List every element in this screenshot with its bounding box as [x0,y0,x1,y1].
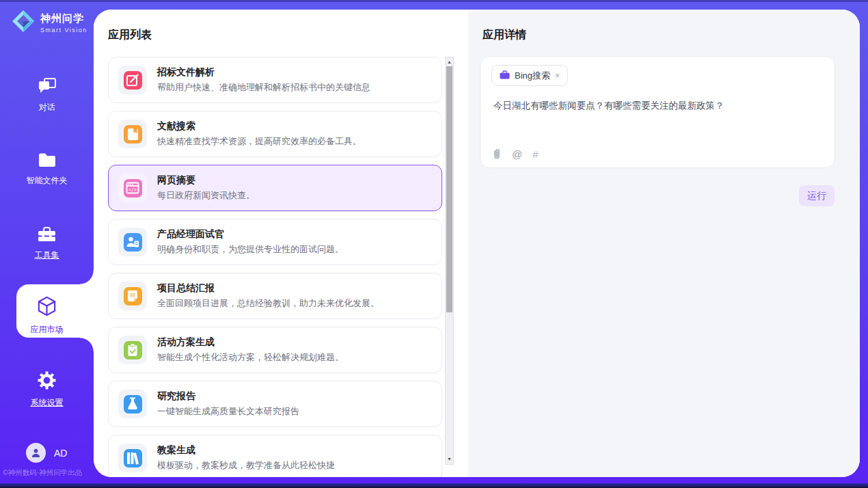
app-card-desc: 每日政府新闻资讯快查。 [157,189,255,202]
sidebar-item-gear[interactable]: 系统设置 [0,370,94,409]
note-icon [124,287,142,306]
app-card-list: 招标文件解析帮助用户快速、准确地理解和解析招标书中的关键信息文献搜索快速精准查找… [108,57,442,477]
cube-icon [36,295,57,320]
sidebar-item-label: 对话 [39,102,55,113]
toolbox-icon [37,226,57,245]
sidebar-item-label: 工具集 [35,249,59,261]
app-list-title: 应用列表 [108,28,152,42]
sidebar-item-folder[interactable]: 智能文件夹 [0,152,94,187]
app-card-title: 教案生成 [157,444,335,457]
query-text[interactable]: 今日湖北有哪些新闻要点？有哪些需要关注的最新政策？ [493,99,822,113]
app-icon-tile [118,444,147,472]
scroll-down-arrow[interactable]: ▼ [446,455,453,463]
scrollbar[interactable]: ▲ ▼ [445,57,454,465]
app-card-title: 文献搜索 [157,120,362,133]
app-icon-tile [118,282,147,310]
app-card-texts: 文献搜索快速精准查找学术资源，提高研究效率的必备工具。 [157,120,362,148]
app-icon-tile [118,336,147,364]
scrollbar-thumb[interactable] [446,66,452,312]
prompt-card: Bing搜索 × 今日湖北有哪些新闻要点？有哪些需要关注的最新政策？ @ # [480,56,835,168]
sidebar: 神州问学 Smart Vision 对话智能文件夹工具集应用市场系统设置 AD … [0,0,94,488]
sidebar-item-chat[interactable]: 对话 [0,77,94,113]
window-bottom-edge [0,483,868,488]
app-card-title: 项目总结汇报 [157,282,379,295]
app-list-panel: 应用列表 招标文件解析帮助用户快速、准确地理解和解析招标书中的关键信息文献搜索快… [94,10,468,477]
book-icon [124,125,142,144]
svg-text:</>: </> [128,187,137,193]
app-icon-tile [118,66,147,94]
hash-icon[interactable]: # [532,148,538,160]
tool-tag-bing-search[interactable]: Bing搜索 × [491,65,568,86]
books-icon [124,449,142,467]
sidebar-item-toolbox[interactable]: 工具集 [0,226,94,261]
browser-icon: </> [124,179,142,198]
app-card-texts: 项目总结汇报全面回顾项目进展，总结经验教训，助力未来优化发展。 [157,282,379,310]
app-card-title: 产品经理面试官 [157,228,344,241]
edit-icon [124,71,142,90]
app-card-desc: 明确身份和职责，为您提供专业性的面试问题。 [157,243,344,256]
tool-tag-label: Bing搜索 [515,70,550,82]
app-card-title: 招标文件解析 [157,66,370,79]
app-card[interactable]: 招标文件解析帮助用户快速、准确地理解和解析招标书中的关键信息 [108,57,442,103]
copyright: ©神州数码·神州问学出品 [3,468,94,478]
app-card[interactable]: 教案生成模板驱动，教案秒成，教学准备从此轻松快捷 [108,435,442,477]
app-card-desc: 快速精准查找学术资源，提高研究效率的必备工具。 [157,135,362,148]
sidebar-item-label: 智能文件夹 [27,175,68,187]
app-card-title: 活动方案生成 [157,336,344,349]
paperclip-icon[interactable] [492,148,502,160]
app-card[interactable]: 项目总结汇报全面回顾项目进展，总结经验教训，助力未来优化发展。 [108,273,442,319]
at-icon[interactable]: @ [512,148,522,160]
app-card-desc: 智能生成个性化活动方案，轻松解决规划难题。 [157,351,344,364]
run-button[interactable]: 运行 [799,185,835,206]
brand-name: 神州问学 [40,12,87,25]
scroll-up-arrow[interactable]: ▲ [446,57,453,66]
app-card-desc: 帮助用户快速、准确地理解和解析招标书中的关键信息 [157,81,370,94]
report-icon [124,395,142,414]
app-icon-tile [118,120,147,148]
app-card-title: 网页摘要 [157,174,255,187]
brand-subtitle: Smart Vision [40,27,87,33]
app-card[interactable]: 研究报告一键智能生成高质量长文本研究报告 [108,381,442,427]
app-card-desc: 全面回顾项目进展，总结经验教训，助力未来优化发展。 [157,297,379,310]
sidebar-item-cube[interactable]: 应用市场 [0,295,94,336]
gear-icon [37,370,57,393]
app-card[interactable]: 活动方案生成智能生成个性化活动方案，轻松解决规划难题。 [108,327,442,373]
app-icon-tile [118,390,147,418]
app-card-texts: 活动方案生成智能生成个性化活动方案，轻松解决规划难题。 [157,336,344,364]
chat-icon [37,77,57,98]
main-content: 应用列表 招标文件解析帮助用户快速、准确地理解和解析招标书中的关键信息文献搜索快… [94,10,860,477]
app-detail-title: 应用详情 [483,28,526,42]
app-card-desc: 模板驱动，教案秒成，教学准备从此轻松快捷 [157,459,335,472]
app-card-texts: 网页摘要每日政府新闻资讯快查。 [157,174,255,202]
app-card[interactable]: </>网页摘要每日政府新闻资讯快查。 [108,165,442,211]
brand-text: 神州问学 Smart Vision [40,12,87,33]
person-icon [30,447,42,459]
sidebar-item-label: 应用市场 [31,324,64,336]
app-window: 神州问学 Smart Vision 对话智能文件夹工具集应用市场系统设置 AD … [0,0,868,488]
clipboard-icon [124,341,142,360]
user-profile[interactable]: AD [26,443,67,463]
folder-icon [38,152,57,171]
app-card-texts: 教案生成模板驱动，教案秒成，教学准备从此轻松快捷 [157,444,335,472]
attachment-toolbar: @ # [492,148,539,160]
app-detail-panel: 应用详情 Bing搜索 × 今日湖北有哪些新闻要点？有哪些需要关注的最新政策？ [468,10,860,477]
sidebar-item-label: 系统设置 [31,397,64,409]
interview-icon [124,233,142,252]
avatar [26,443,46,463]
app-card-texts: 研究报告一键智能生成高质量长文本研究报告 [157,390,299,418]
app-card[interactable]: 文献搜索快速精准查找学术资源，提高研究效率的必备工具。 [108,111,442,157]
app-card-title: 研究报告 [157,390,299,403]
briefcase-icon [500,70,510,82]
app-card-texts: 招标文件解析帮助用户快速、准确地理解和解析招标书中的关键信息 [157,66,370,94]
brand: 神州问学 Smart Vision [11,9,87,36]
app-card[interactable]: 产品经理面试官明确身份和职责，为您提供专业性的面试问题。 [108,219,442,265]
brand-logo-icon [11,9,36,36]
app-icon-tile [118,228,147,256]
user-name: AD [54,448,67,459]
app-card-desc: 一键智能生成高质量长文本研究报告 [157,405,299,418]
tool-tag-close-icon[interactable]: × [555,71,560,81]
app-card-texts: 产品经理面试官明确身份和职责，为您提供专业性的面试问题。 [157,228,344,256]
app-icon-tile: </> [118,174,147,202]
